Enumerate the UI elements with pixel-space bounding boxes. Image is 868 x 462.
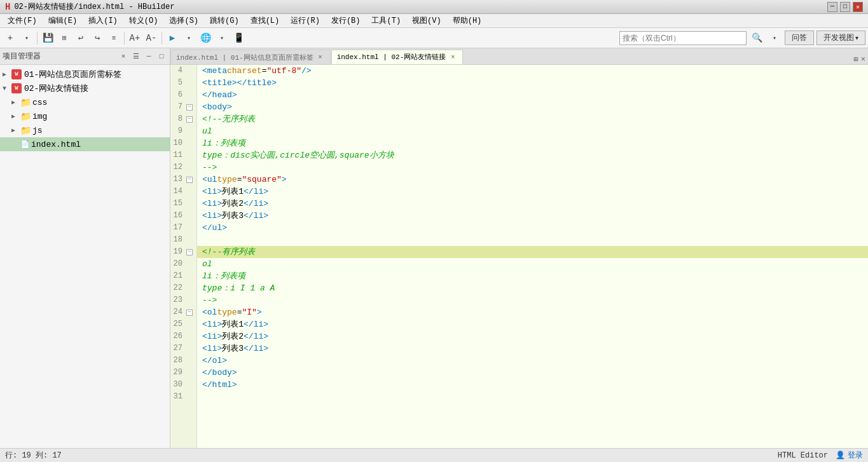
code-line-30[interactable]: </html> [197, 379, 868, 391]
editor-type: HTML Editor [778, 451, 828, 460]
code-line-17[interactable]: </ul> [197, 222, 868, 234]
menu-insert[interactable]: 插入(I) [83, 14, 123, 27]
code-line-25[interactable]: <li>列表1</li> [197, 318, 868, 330]
code-line-26[interactable]: <li>列表2</li> [197, 330, 868, 343]
browser-button[interactable]: 🌐 [198, 31, 213, 46]
menu-run[interactable]: 运行(R) [286, 14, 325, 27]
code-line-20[interactable]: ol [197, 258, 868, 270]
tab-restore-btn[interactable]: ⊞ [854, 55, 858, 64]
tab-2-project: index.html | 02-网站友情链接 [337, 52, 446, 62]
line-num-9: 9 [170, 125, 196, 137]
code-line-10[interactable]: li：列表项 [197, 137, 868, 149]
code-line-6[interactable]: </head> [197, 89, 868, 101]
project-badge-2: W [11, 83, 22, 93]
answer-button[interactable]: 问答 [785, 31, 814, 45]
expand-arrow-js: ▶ [11, 126, 19, 134]
tab-1-close[interactable]: × [316, 53, 325, 62]
run-dropdown[interactable]: ▾ [181, 31, 196, 46]
sidebar-menu-btn[interactable]: ☰ [130, 51, 142, 62]
folder-img[interactable]: ▶ 📁 img [0, 109, 170, 123]
search-icon[interactable]: 🔍 [749, 31, 764, 46]
tab-close-all-btn[interactable]: × [861, 55, 865, 64]
code-line-5[interactable]: <title></title> [197, 77, 868, 89]
code-line-18[interactable] [197, 234, 868, 246]
tab-2-close[interactable]: × [448, 53, 457, 62]
menu-select[interactable]: 选择(S) [164, 14, 203, 27]
code-line-23[interactable]: --> [197, 294, 868, 306]
login-button[interactable]: 👤 登录 [836, 450, 863, 461]
code-content[interactable]: <meta charset="utf-8" /> <title></title>… [197, 65, 868, 448]
menu-edit[interactable]: 编辑(E) [43, 14, 83, 27]
maximize-button[interactable]: □ [840, 2, 850, 12]
code-line-31[interactable] [197, 391, 868, 403]
menu-file[interactable]: 文件(F) [3, 14, 42, 27]
folder-css[interactable]: ▶ 📁 css [0, 95, 170, 109]
fold-btn-24[interactable]: − [186, 309, 193, 316]
search-dropdown[interactable]: ▾ [767, 31, 782, 46]
title-bar-controls[interactable]: ─ □ ✕ [827, 2, 863, 12]
code-line-28[interactable]: </ol> [197, 355, 868, 367]
project-item-2[interactable]: ▼ W 02-网站友情链接 [0, 81, 170, 95]
project-name-1: 01-网站信息页面所需标签 [24, 69, 121, 80]
folder-js[interactable]: ▶ 📁 js [0, 123, 170, 137]
project-item-1[interactable]: ▶ W 01-网站信息页面所需标签 [0, 67, 170, 81]
menu-help[interactable]: 帮助(H) [448, 14, 487, 27]
code-line-29[interactable]: </body> [197, 367, 868, 379]
code-line-4[interactable]: <meta charset="utf-8" /> [197, 65, 868, 77]
file-tree: ▶ W 01-网站信息页面所需标签 ▼ W 02-网站友情链接 ▶ 📁 css … [0, 65, 170, 448]
sidebar-minimize-btn[interactable]: ─ [143, 51, 155, 62]
menu-find[interactable]: 查找(L) [245, 14, 285, 27]
mobile-button[interactable]: 📱 [231, 31, 246, 46]
code-line-21[interactable]: li：列表项 [197, 270, 868, 282]
browser-dropdown[interactable]: ▾ [214, 31, 230, 46]
code-line-22[interactable]: type：i I 1 a A [197, 282, 868, 294]
title-bar: H 02-网站友情链接/index.html - HBuilder ─ □ ✕ [0, 0, 868, 14]
font-small-button[interactable]: A- [144, 31, 159, 46]
line-num-16: 16 [170, 210, 196, 222]
fold-btn-7[interactable]: − [186, 104, 193, 111]
file-index-html[interactable]: 📄 index.html [0, 137, 170, 151]
cursor-position: 行: 19 列: 17 [5, 450, 62, 461]
code-line-15[interactable]: <li>列表2</li> [197, 198, 868, 210]
undo-button[interactable]: ↩ [73, 31, 88, 46]
code-editor[interactable]: 4567−8−910111213−141516171819−2021222324… [170, 65, 868, 448]
close-button[interactable]: ✕ [853, 2, 863, 12]
code-line-8[interactable]: <!--无序列表 [197, 113, 868, 125]
minimize-button[interactable]: ─ [827, 2, 837, 12]
status-right: HTML Editor 👤 登录 [778, 450, 863, 461]
run-button[interactable]: ▶ [165, 31, 180, 46]
menu-view[interactable]: 视图(V) [407, 14, 446, 27]
redo-button[interactable]: ↪ [90, 31, 105, 46]
code-line-9[interactable]: ul [197, 125, 868, 137]
open-view-button[interactable]: 开发视图 ▾ [816, 31, 865, 45]
new-file-button[interactable]: + [3, 31, 18, 46]
tab-2[interactable]: index.html | 02-网站友情链接 × [331, 50, 464, 64]
fold-btn-13[interactable]: − [186, 177, 193, 183]
code-line-7[interactable]: <body> [197, 101, 868, 113]
search-input[interactable] [619, 31, 747, 45]
format-button[interactable]: ≡ [106, 31, 121, 46]
code-line-12[interactable]: --> [197, 161, 868, 173]
fold-btn-8[interactable]: − [186, 116, 193, 123]
code-line-14[interactable]: <li>列表1</li> [197, 186, 868, 198]
menu-jump[interactable]: 跳转(G) [205, 14, 244, 27]
code-line-11[interactable]: type：disc实心圆,circle空心圆,square小方块 [197, 149, 868, 161]
save-all-button[interactable]: ⊞ [57, 31, 72, 46]
menu-escape[interactable]: 转义(O) [124, 14, 163, 27]
code-line-13[interactable]: <ul type="square"> [197, 173, 868, 186]
tb-dropdown[interactable]: ▾ [19, 31, 34, 46]
line-numbers: 4567−8−910111213−141516171819−2021222324… [170, 65, 197, 448]
font-large-button[interactable]: A+ [127, 31, 142, 46]
menu-tools[interactable]: 工具(T) [366, 14, 406, 27]
code-line-19[interactable]: <!--有序列表 [197, 246, 868, 258]
sidebar-expand-btn[interactable]: □ [156, 51, 167, 62]
save-button[interactable]: 💾 [40, 31, 55, 46]
fold-btn-19[interactable]: − [186, 249, 193, 255]
code-line-24[interactable]: <ol type="I"> [197, 306, 868, 318]
menu-publish[interactable]: 发行(B) [326, 14, 366, 27]
sidebar-collapse-btn[interactable]: × [118, 51, 129, 62]
line-num-24: 24− [170, 306, 196, 318]
tab-1[interactable]: index.html | 01-网站信息页面所需标签 × [170, 50, 331, 64]
code-line-16[interactable]: <li>列表3</li> [197, 210, 868, 222]
code-line-27[interactable]: <li>列表3</li> [197, 343, 868, 355]
